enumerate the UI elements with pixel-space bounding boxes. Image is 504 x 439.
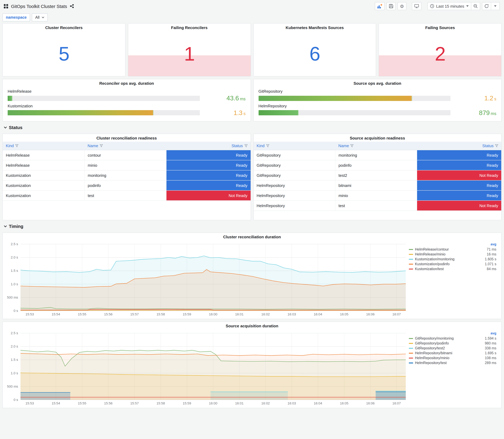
gauge-fill (8, 110, 154, 115)
legend-series-name[interactable]: HelmRepository/test (415, 361, 483, 365)
panel-title[interactable]: Reconciler ops avg. duration (3, 79, 250, 87)
panel-title[interactable]: Kubernetes Manifests Sources (254, 24, 376, 31)
svg-text:16:06: 16:06 (366, 401, 375, 405)
svg-text:15:53: 15:53 (25, 401, 34, 405)
filter-icon[interactable] (351, 144, 354, 147)
gauge-panel-reconciler-ops-avg-duration: Reconciler ops avg. durationHelmRelease4… (2, 79, 251, 122)
table-row: KustomizationmonitoringReady (3, 170, 250, 180)
status-badge: Not Ready (417, 170, 501, 180)
legend-avg-header: avg (409, 331, 496, 336)
time-range-picker[interactable]: Last 15 minutes (428, 2, 471, 10)
legend-series-avg: 1.605 s (485, 257, 496, 261)
filter-icon[interactable] (266, 144, 269, 147)
cell-name: test (85, 190, 166, 201)
gauge-value: 1.3s (200, 109, 246, 116)
gauge-label: Kustomization (8, 104, 246, 108)
cell-kind: Kustomization (3, 180, 85, 190)
table-row: GitRepositorypodinfoReady (254, 160, 501, 170)
cell-name: monitoring (85, 170, 166, 180)
panel-title[interactable]: Cluster reconciliation readiness (3, 134, 250, 142)
svg-text:15:59: 15:59 (183, 312, 191, 316)
svg-text:16:01: 16:01 (235, 312, 244, 316)
legend-series-avg: 1.594 s (485, 337, 496, 340)
panel-title[interactable]: Source acquisition readiness (254, 134, 501, 142)
legend-series-avg: 16 ms (487, 252, 496, 256)
legend-series-name[interactable]: HelmRepository/bitnami (415, 351, 483, 355)
legend-series-name[interactable]: Kustomization/test (415, 267, 485, 271)
column-header-status[interactable]: Status (417, 142, 501, 150)
column-header-name[interactable]: Name (335, 142, 417, 150)
status-badge: Ready (417, 160, 501, 170)
legend-series-name[interactable]: GitRepository/podinfo (415, 341, 483, 345)
refresh-button[interactable] (482, 2, 491, 10)
status-badge: Not Ready (166, 190, 251, 201)
refresh-icon (484, 4, 489, 8)
gauge-track (258, 96, 450, 101)
section-header-status[interactable]: Status (2, 124, 502, 131)
gauge-fill (258, 110, 299, 115)
column-header-name[interactable]: Name (85, 142, 166, 150)
legend-series-avg: 980 ms (485, 341, 496, 345)
filter-icon[interactable] (495, 144, 498, 147)
table-row: HelmRepositorytestNot Ready (254, 201, 501, 211)
legend-series-name[interactable]: GitRepository/test2 (415, 346, 483, 350)
column-header-label: Status (482, 144, 494, 148)
svg-text:0 s: 0 s (14, 398, 18, 402)
add-panel-button[interactable] (375, 2, 385, 10)
tv-mode-button[interactable] (412, 2, 421, 10)
panel-title[interactable]: Source ops avg. duration (254, 79, 501, 87)
dashboard-settings-button[interactable]: ⚙ (397, 2, 406, 10)
legend-series-name[interactable]: HelmRepository/minio (415, 356, 483, 360)
svg-text:2.5 s: 2.5 s (11, 242, 18, 246)
svg-text:2.5 s: 2.5 s (11, 331, 18, 335)
dashboard-page: GitOps Toolkit Cluster Stats ⚙ (0, 0, 504, 439)
gauge-value: 1.2s (450, 95, 496, 102)
column-header-kind[interactable]: Kind (254, 142, 335, 150)
filter-icon[interactable] (244, 144, 247, 147)
legend-series-avg: 1.071 s (485, 262, 496, 266)
save-icon (389, 4, 393, 8)
cell-kind: HelmRelease (3, 160, 85, 170)
legend-series-swatch (409, 249, 413, 250)
cell-kind: Kustomization (3, 170, 85, 180)
status-badge: Ready (166, 150, 251, 160)
section-header-timing[interactable]: Timing (2, 223, 502, 230)
legend-item: GitRepository/monitoring1.594 s (409, 336, 496, 341)
stat-value: 1 (184, 42, 195, 65)
legend-series-name[interactable]: GitRepository/monitoring (415, 337, 483, 340)
panel-title[interactable]: Source acquisition duration (3, 322, 501, 329)
share-icon[interactable] (70, 4, 74, 8)
svg-text:16:05: 16:05 (340, 401, 348, 405)
legend-series-name[interactable]: Kustomization/monitoring (415, 257, 483, 261)
legend-series-swatch (409, 338, 413, 339)
timeseries-plot-cluster-reconciliation[interactable]: 0 s500 ms1.0 s1.5 s2.0 s2.5 s15:5315:541… (5, 241, 408, 317)
save-dashboard-button[interactable] (386, 2, 396, 10)
zoom-out-time-button[interactable] (471, 2, 480, 10)
dashboard-grid-icon[interactable] (4, 4, 8, 8)
legend-series-swatch (409, 343, 413, 344)
legend-series-avg: 84 ms (487, 267, 496, 271)
filter-icon[interactable] (15, 144, 18, 147)
stat-panel-failing-reconcilers: Failing Reconcilers1 (128, 23, 251, 76)
filter-icon[interactable] (100, 144, 103, 147)
legend-series-swatch (409, 357, 413, 358)
panel-source-acquisition-duration: Source acquisition duration 0 s500 ms1.0… (2, 321, 502, 408)
variable-namespace-value-dropdown[interactable]: All (32, 13, 48, 21)
panel-title[interactable]: Cluster reconciliation duration (3, 233, 501, 241)
legend-series-name[interactable]: HelmRelease/contour (415, 247, 485, 251)
table-wrap: KindNameStatusGitRepositorymonitoringRea… (254, 142, 501, 220)
status-badge: Ready (166, 160, 251, 170)
stat-value: 2 (435, 42, 445, 65)
panel-title[interactable]: Failing Reconcilers (128, 24, 251, 31)
panel-title[interactable]: Cluster Reconcilers (3, 24, 125, 31)
timeseries-plot-source-acquisition[interactable]: 0 s500 ms1.0 s1.5 s2.0 s2.5 s15:5315:541… (5, 330, 408, 407)
column-header-label: Name (338, 144, 349, 148)
panel-title[interactable]: Failing Sources (379, 24, 501, 31)
column-header-status[interactable]: Status (166, 142, 251, 150)
legend-series-name[interactable]: HelmRelease/minio (415, 252, 485, 256)
column-header-kind[interactable]: Kind (3, 142, 85, 150)
legend-item: HelmRepository/bitnami1.695 s (409, 351, 496, 355)
legend-series-name[interactable]: Kustomization/podinfo (415, 262, 483, 266)
refresh-interval-dropdown[interactable] (491, 2, 500, 10)
gauge-body: HelmRelease43.6msKustomization1.3s (3, 87, 250, 121)
